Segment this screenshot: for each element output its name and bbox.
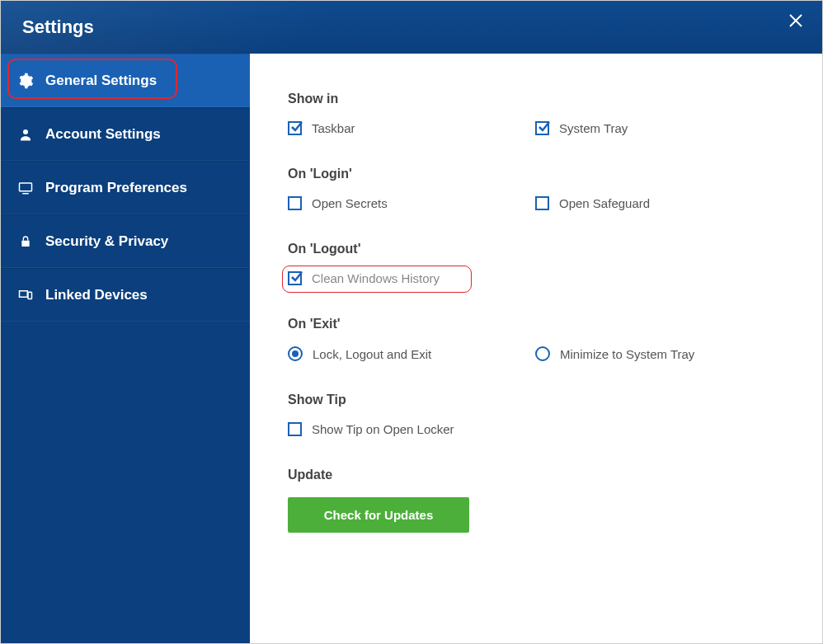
svg-rect-7 [28, 292, 32, 298]
section-show-in: Show in Taskbar System Tray [288, 92, 784, 142]
titlebar: Settings [1, 1, 822, 54]
sidebar-item-label: Account Settings [45, 126, 161, 143]
highlight-general [7, 59, 177, 99]
sidebar-item-label: Linked Devices [45, 287, 148, 303]
section-title: On 'Exit' [288, 317, 784, 331]
checkbox-clean-history[interactable] [288, 271, 302, 285]
svg-point-2 [23, 129, 28, 134]
check-icon [289, 270, 303, 284]
settings-window: Settings General Settings Account Setti [0, 0, 823, 644]
page-title: Settings [22, 16, 94, 38]
checkbox-system-tray[interactable] [535, 121, 549, 135]
option-label: Open Secrets [312, 196, 388, 210]
option-label: Open Safeguard [559, 196, 650, 210]
close-button[interactable] [788, 12, 804, 29]
checkbox-open-secrets[interactable] [288, 196, 302, 210]
devices-icon [17, 287, 34, 303]
section-title: Update [288, 468, 784, 482]
person-icon [17, 126, 34, 143]
section-title: On 'Logout' [288, 242, 784, 256]
body: General Settings Account Settings Progra… [1, 54, 822, 643]
content-pane: Show in Taskbar System Tray [250, 54, 822, 643]
option-label: System Tray [559, 121, 628, 135]
section-on-login: On 'Login' Open Secrets Open Safeguard [288, 167, 784, 217]
close-icon [788, 12, 804, 29]
check-for-updates-button[interactable]: Check for Updates [288, 497, 469, 533]
sidebar: General Settings Account Settings Progra… [1, 54, 250, 643]
radio-minimize-tray[interactable] [535, 346, 550, 361]
svg-rect-5 [21, 240, 29, 246]
svg-rect-3 [20, 183, 32, 191]
section-title: Show in [288, 92, 784, 106]
section-on-exit: On 'Exit' Lock, Logout and Exit Minimize… [288, 317, 784, 368]
section-on-logout: On 'Logout' Clean Windows History [288, 242, 784, 292]
sidebar-item-linked-devices[interactable]: Linked Devices [1, 268, 250, 322]
option-label: Lock, Logout and Exit [313, 347, 431, 361]
radio-lock-logout-exit[interactable] [288, 346, 303, 361]
sidebar-item-account-settings[interactable]: Account Settings [1, 107, 250, 161]
highlight-clean-history [282, 266, 472, 293]
section-show-tip: Show Tip Show Tip on Open Locker [288, 393, 784, 443]
section-title: On 'Login' [288, 167, 784, 181]
section-update: Update Check for Updates [288, 468, 784, 533]
checkbox-taskbar[interactable] [288, 121, 302, 135]
check-icon [537, 120, 550, 134]
sidebar-item-label: Program Preferences [45, 180, 187, 196]
sidebar-item-security-privacy[interactable]: Security & Privacy [1, 214, 250, 268]
option-label: Minimize to System Tray [560, 347, 694, 361]
lock-icon [17, 233, 34, 250]
checkbox-show-tip-open-locker[interactable] [288, 422, 302, 436]
sidebar-item-program-preferences[interactable]: Program Preferences [1, 161, 250, 214]
check-icon [289, 120, 303, 134]
sidebar-item-label: Security & Privacy [45, 233, 168, 250]
sidebar-item-general-settings[interactable]: General Settings [1, 54, 250, 107]
option-label: Show Tip on Open Locker [312, 422, 454, 436]
section-title: Show Tip [288, 393, 784, 407]
svg-rect-6 [20, 290, 28, 297]
monitor-icon [17, 180, 34, 196]
checkbox-open-safeguard[interactable] [535, 196, 549, 210]
option-label: Taskbar [312, 121, 355, 135]
